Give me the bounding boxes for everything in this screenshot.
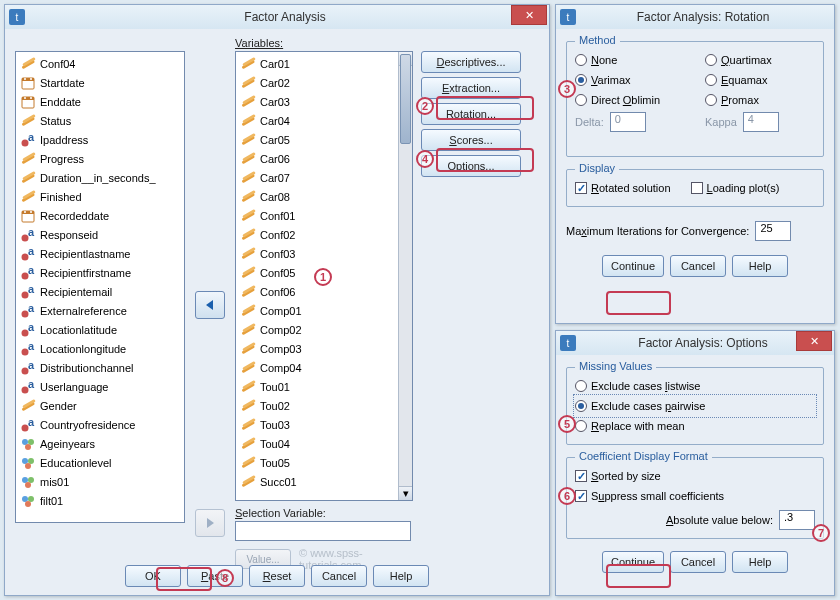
variable-userlanguage[interactable]: aUserlanguage [16,377,184,396]
source-variable-listbox[interactable]: Conf04StartdateEnddateStatusaIpaddressPr… [15,51,185,523]
variable-comp02[interactable]: Comp02 [236,320,398,339]
svg-text:a: a [28,284,35,295]
variable-conf02[interactable]: Conf02 [236,225,398,244]
close-button[interactable]: ✕ [511,5,547,25]
check-sorted-by-size[interactable]: Sorted by size [575,466,815,486]
variable-car01[interactable]: Car01 [236,54,398,73]
variable-status[interactable]: Status [16,111,184,130]
variable-comp04[interactable]: Comp04 [236,358,398,377]
reset-button[interactable]: Reset [249,565,305,587]
cancel-button[interactable]: Cancel [670,551,726,573]
svg-point-57 [25,501,31,507]
variable-enddate[interactable]: Enddate [16,92,184,111]
variable-label: Conf03 [260,248,295,260]
ok-button[interactable]: OK [125,565,181,587]
variable-label: Tou01 [260,381,290,393]
variable-conf04[interactable]: Conf04 [16,54,184,73]
variable-recipientfirstname[interactable]: aRecipientfirstname [16,263,184,282]
help-button[interactable]: Help [373,565,429,587]
radio-direct-oblimin[interactable]: Direct Oblimin [575,90,695,110]
variable-tou05[interactable]: Tou05 [236,453,398,472]
variable-externalreference[interactable]: aExternalreference [16,301,184,320]
selection-variable-input[interactable] [235,521,411,541]
variable-tou03[interactable]: Tou03 [236,415,398,434]
check-suppress-small[interactable]: Suppress small coefficients [575,486,815,506]
variable-label: Recipientemail [40,286,112,298]
svg-text:a: a [28,265,35,276]
svg-text:a: a [28,379,35,390]
rotation-button[interactable]: Rotation... [421,103,521,125]
variable-duration__in_seconds_[interactable]: Duration__in_seconds_ [16,168,184,187]
help-button[interactable]: Help [732,255,788,277]
radio-exclude-pairwise[interactable]: Exclude cases pairwise [575,396,815,416]
variable-car04[interactable]: Car04 [236,111,398,130]
move-left-button[interactable] [195,291,225,319]
variable-recordeddate[interactable]: Recordeddate [16,206,184,225]
variable-distributionchannel[interactable]: aDistributionchannel [16,358,184,377]
variable-filt01[interactable]: filt01 [16,491,184,510]
help-button[interactable]: Help [732,551,788,573]
variable-car05[interactable]: Car05 [236,130,398,149]
maxiter-input[interactable]: 25 [755,221,791,241]
variables-label: Variables: [235,37,413,49]
svg-point-47 [28,439,34,445]
variable-startdate[interactable]: Startdate [16,73,184,92]
scores-button[interactable]: Scores... [421,129,521,151]
continue-button[interactable]: Continue [602,255,664,277]
radio-replace-mean[interactable]: Replace with mean [575,416,815,436]
variable-car06[interactable]: Car06 [236,149,398,168]
variable-car02[interactable]: Car02 [236,73,398,92]
variable-mis01[interactable]: mis01 [16,472,184,491]
variable-responseid[interactable]: aResponseid [16,225,184,244]
scrollbar[interactable]: ▴ ▾ [398,52,412,500]
radio-exclude-listwise[interactable]: Exclude cases listwise [575,376,815,396]
variable-conf03[interactable]: Conf03 [236,244,398,263]
delta-input: 0 [610,112,646,132]
variable-succ01[interactable]: Succ01 [236,472,398,491]
radio-quartimax[interactable]: Quartimax [705,50,815,70]
radio-none[interactable]: None [575,50,695,70]
variables-listbox[interactable]: Car01Car02Car03Car04Car05Car06Car07Car08… [235,51,413,501]
var-type-str-icon: a [20,341,36,357]
cancel-button[interactable]: Cancel [311,565,367,587]
variable-progress[interactable]: Progress [16,149,184,168]
check-rotated-solution[interactable]: Rotated solution [575,178,671,198]
variable-conf06[interactable]: Conf06 [236,282,398,301]
continue-button[interactable]: Continue [602,551,664,573]
close-button[interactable]: ✕ [796,331,832,351]
variable-tou01[interactable]: Tou01 [236,377,398,396]
variable-car08[interactable]: Car08 [236,187,398,206]
variable-car03[interactable]: Car03 [236,92,398,111]
extraction-button[interactable]: Extraction... [421,77,521,99]
scroll-down-button[interactable]: ▾ [399,486,412,500]
variable-ipaddress[interactable]: aIpaddress [16,130,184,149]
variable-recipientemail[interactable]: aRecipientemail [16,282,184,301]
variable-conf01[interactable]: Conf01 [236,206,398,225]
variable-tou04[interactable]: Tou04 [236,434,398,453]
scroll-thumb[interactable] [400,54,411,144]
variable-recipientlastname[interactable]: aRecipientlastname [16,244,184,263]
variable-educationlevel[interactable]: Educationlevel [16,453,184,472]
method-legend: Method [575,34,620,46]
absolute-value-input[interactable]: .3 [779,510,815,530]
var-type-num-icon [240,455,256,471]
radio-promax[interactable]: Promax [705,90,815,110]
cancel-button[interactable]: Cancel [670,255,726,277]
descriptives-button[interactable]: Descriptives... [421,51,521,73]
options-button[interactable]: Options... [421,155,521,177]
variable-locationlatitude[interactable]: aLocationlatitude [16,320,184,339]
variable-tou02[interactable]: Tou02 [236,396,398,415]
variable-conf05[interactable]: Conf05 [236,263,398,282]
check-loading-plots[interactable]: Loading plot(s) [691,178,780,198]
variable-locationlongitude[interactable]: aLocationlongitude [16,339,184,358]
paste-button[interactable]: Paste [187,565,243,587]
variable-car07[interactable]: Car07 [236,168,398,187]
variable-comp03[interactable]: Comp03 [236,339,398,358]
variable-finished[interactable]: Finished [16,187,184,206]
variable-countryofresidence[interactable]: aCountryofresidence [16,415,184,434]
variable-ageinyears[interactable]: Ageinyears [16,434,184,453]
variable-comp01[interactable]: Comp01 [236,301,398,320]
radio-varimax[interactable]: Varimax [575,70,695,90]
variable-gender[interactable]: Gender [16,396,184,415]
radio-equamax[interactable]: Equamax [705,70,815,90]
